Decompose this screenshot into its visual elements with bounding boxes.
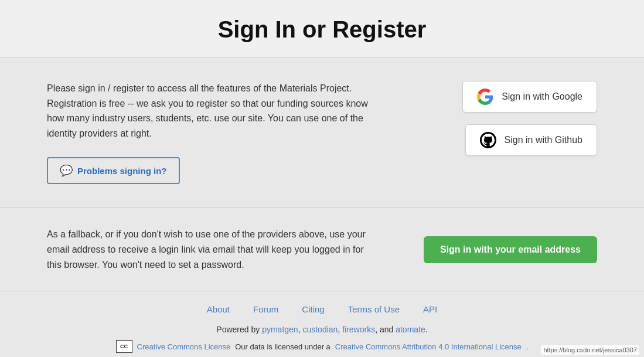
problems-btn-label: Problems signing in? (77, 166, 167, 176)
footer-link-forum[interactable]: Forum (253, 304, 278, 314)
cc-attribution-link[interactable]: Creative Commons Attribution 4.0 Interna… (335, 342, 522, 351)
main-section: Please sign in / register to access all … (0, 57, 644, 208)
google-btn-label: Sign in with Google (502, 91, 582, 102)
license-text: Our data is licensed under a (235, 342, 330, 351)
url-hint: https://blog.csdn.net/jessica0307 (541, 345, 639, 355)
cc-badge: CC (116, 340, 132, 353)
github-signin-button[interactable]: Sign in with Github (465, 124, 597, 156)
fireworks-link[interactable]: fireworks (342, 325, 375, 334)
fallback-left: As a fallback, or if you don't wish to u… (47, 227, 375, 272)
footer-link-about[interactable]: About (207, 304, 230, 314)
atomate-link[interactable]: atomate (396, 325, 425, 334)
oauth-buttons: Sign in with Google Sign in with Github (456, 81, 597, 156)
footer-link-api[interactable]: API (423, 304, 437, 314)
powered-by-text: Powered by (216, 325, 262, 334)
custodian-link[interactable]: custodian (302, 325, 338, 334)
page-title: Sign In or Register (0, 16, 644, 43)
footer-link-terms[interactable]: Terms of Use (348, 304, 400, 314)
main-description: Please sign in / register to access all … (47, 81, 375, 141)
footer-nav: About Forum Citing Terms of Use API (0, 304, 644, 314)
fallback-section: As a fallback, or if you don't wish to u… (0, 208, 644, 291)
creative-commons-license-link[interactable]: Creative Commons License (137, 342, 231, 351)
email-signin-button[interactable]: Sign in with your email address (424, 236, 597, 263)
google-signin-button[interactable]: Sign in with Google (462, 81, 597, 113)
chat-icon: 💬 (60, 164, 73, 177)
github-btn-label: Sign in with Github (505, 135, 582, 145)
fallback-description: As a fallback, or if you don't wish to u… (47, 227, 375, 272)
page-header: Sign In or Register (0, 0, 644, 57)
github-icon (480, 132, 496, 148)
pymatgen-link[interactable]: pymatgen (262, 325, 298, 334)
powered-by: Powered by pymatgen, custodian, firework… (0, 325, 644, 334)
problems-signing-in-button[interactable]: 💬 Problems signing in? (47, 157, 180, 184)
google-icon (477, 89, 493, 105)
footer-link-citing[interactable]: Citing (302, 304, 324, 314)
main-left: Please sign in / register to access all … (47, 81, 375, 184)
